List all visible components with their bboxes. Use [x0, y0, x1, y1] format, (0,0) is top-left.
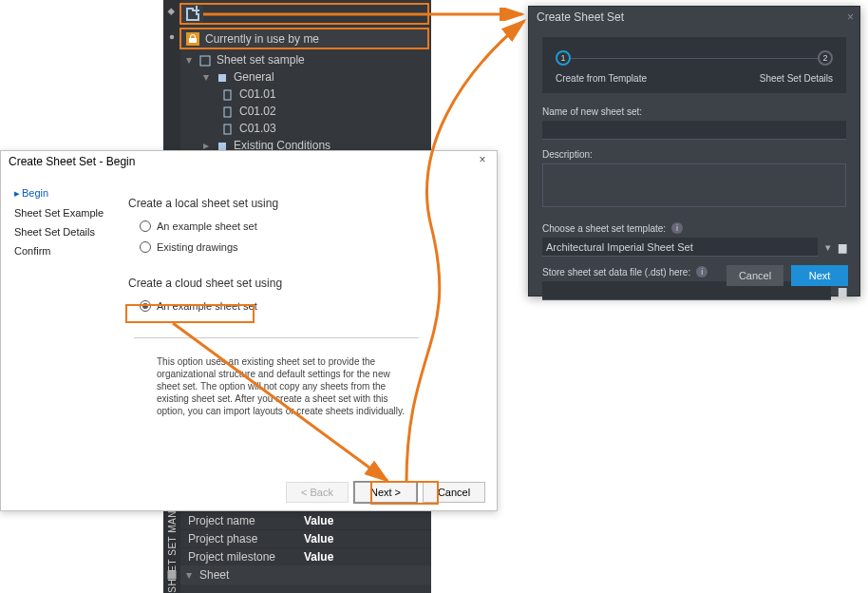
sheet-set-icon — [199, 53, 211, 67]
svg-rect-7 — [218, 143, 226, 150]
step-confirm[interactable]: Confirm — [14, 245, 115, 257]
step-label-2: Sheet Set Details — [760, 73, 833, 84]
vert-tab-item[interactable] — [163, 25, 180, 49]
local-sheet-set-heading: Create a local sheet set using — [128, 197, 480, 210]
tree-sheet[interactable]: C01.01 — [180, 86, 431, 103]
step-node-2: 2 — [818, 50, 833, 66]
radio-example-sheet-set-local[interactable]: An example sheet set — [140, 218, 480, 235]
radio-existing-drawings[interactable]: Existing drawings — [140, 239, 480, 256]
svg-point-0 — [170, 35, 175, 40]
cancel-button[interactable]: Cancel — [423, 482, 485, 503]
name-label: Name of new sheet set: — [542, 106, 846, 117]
svg-rect-5 — [224, 107, 231, 117]
tree-subset-existing[interactable]: Existing Conditions — [180, 137, 431, 150]
back-button[interactable]: < Back — [286, 482, 349, 503]
in-use-row[interactable]: Currently in use by me — [180, 29, 429, 49]
close-icon[interactable]: × — [847, 10, 854, 24]
info-icon[interactable]: i — [696, 266, 708, 277]
svg-rect-6 — [224, 124, 231, 134]
radio-icon — [140, 241, 151, 253]
subset-icon — [217, 70, 228, 84]
dialog-title: Create Sheet Set — [537, 10, 624, 24]
tree-subset-general[interactable]: General — [180, 68, 431, 86]
sheet-set-tree[interactable]: Sheet set sample General C01.01 C01.02 C… — [180, 51, 431, 150]
dialog-buttons: Cancel Next — [726, 265, 848, 286]
prop-row[interactable]: Project phase Value — [180, 529, 431, 547]
step-begin[interactable]: Begin — [14, 187, 115, 200]
store-label: Store sheet set data file (.dst) here: — [542, 267, 690, 277]
template-label: Choose a sheet set template: — [542, 223, 666, 234]
cloud-sheet-set-heading: Create a cloud sheet set using — [128, 277, 480, 290]
create-sheet-set-button[interactable] — [180, 4, 203, 23]
next-button[interactable]: Next — [791, 265, 848, 286]
dialog-title: Create Sheet Set - Begin — [9, 155, 135, 168]
subset-icon — [217, 139, 228, 150]
pin-icon[interactable] — [163, 0, 180, 25]
tree-arrow-icon[interactable] — [201, 70, 211, 84]
prop-row[interactable]: Project milestone Value — [180, 547, 431, 565]
sheet-icon — [222, 122, 234, 135]
info-icon[interactable]: i — [671, 222, 683, 234]
radio-example-example-sheet-set-cloud[interactable]: An example sheet set — [140, 297, 480, 315]
next-button[interactable]: Next > — [354, 482, 417, 503]
create-sheet-set-begin-dialog: Create Sheet Set - Begin × Begin Sheet S… — [0, 150, 498, 511]
panel-bottom-icon[interactable] — [163, 563, 180, 587]
template-select[interactable] — [542, 238, 818, 257]
svg-rect-4 — [224, 90, 231, 100]
svg-rect-2 — [200, 56, 210, 66]
step-node-1: 1 — [556, 50, 571, 66]
in-use-label: Currently in use by me — [205, 32, 319, 46]
step-label-1: Create from Template — [556, 73, 647, 84]
step-example[interactable]: Sheet Set Example — [14, 207, 115, 219]
tree-sheet[interactable]: C01.03 — [180, 120, 431, 137]
prop-row[interactable]: Project name Value — [180, 511, 431, 529]
svg-rect-1 — [168, 571, 177, 580]
wizard-stepper: 1 2 Create from Template Sheet Set Detai… — [542, 37, 846, 93]
tree-arrow-icon[interactable] — [184, 53, 194, 67]
prop-section-sheet[interactable]: Sheet — [180, 565, 431, 584]
svg-rect-3 — [218, 74, 226, 82]
lock-icon — [186, 32, 199, 46]
chevron-down-icon[interactable]: ▾ — [825, 241, 831, 254]
radio-icon — [140, 220, 151, 232]
dialog-title-bar: Create Sheet Set × — [529, 7, 859, 29]
wizard-content: Create a local sheet set using An exampl… — [115, 174, 497, 478]
tree-root[interactable]: Sheet set sample — [180, 51, 431, 68]
tree-sheet[interactable]: C01.02 — [180, 103, 431, 120]
sheet-set-name-input[interactable] — [542, 121, 846, 140]
description-label: Description: — [542, 149, 846, 160]
chevron-down-icon — [184, 568, 194, 582]
option-explanation: This option uses an existing sheet set t… — [134, 337, 419, 417]
dialog-buttons: < Back Next > Cancel — [286, 482, 485, 503]
sheet-icon — [222, 105, 234, 118]
sheet-set-properties: Project name Value Project phase Value P… — [180, 511, 431, 593]
radio-icon — [140, 300, 151, 312]
description-textarea[interactable] — [542, 163, 846, 207]
step-details[interactable]: Sheet Set Details — [14, 226, 115, 238]
browse-template-icon[interactable]: ▆ — [839, 241, 846, 254]
create-sheet-set-cloud-dialog: Create Sheet Set × 1 2 Create from Templ… — [528, 6, 860, 296]
dialog-title-bar: Create Sheet Set - Begin × — [1, 151, 497, 174]
cancel-button[interactable]: Cancel — [726, 265, 783, 286]
wizard-steps-list: Begin Sheet Set Example Sheet Set Detail… — [1, 174, 115, 478]
close-icon[interactable]: × — [474, 153, 491, 166]
tree-arrow-icon[interactable] — [201, 139, 211, 150]
sheet-icon — [222, 87, 234, 101]
browse-location-icon[interactable]: ▆ — [839, 285, 846, 297]
